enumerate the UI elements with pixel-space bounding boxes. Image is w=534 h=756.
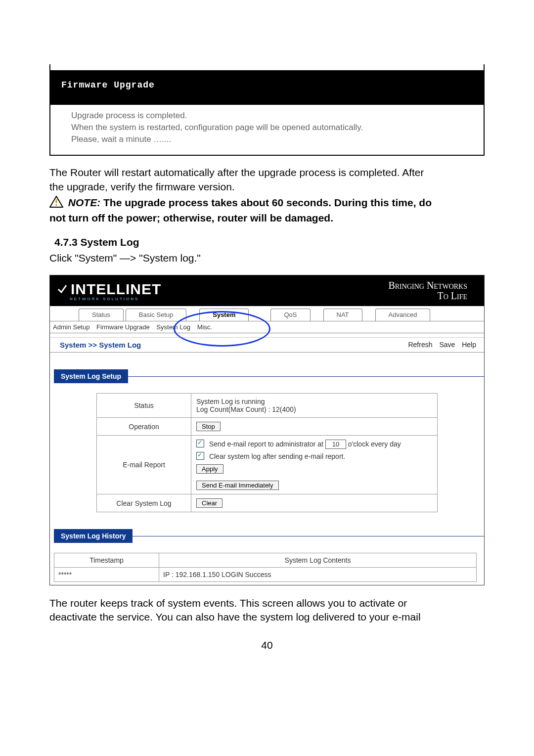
svg-rect-1 [56,199,57,203]
firmware-upgrade-screenshot: Firmware Upgrade Upgrade process is comp… [49,64,485,156]
slogan: Bringing Networks To Life [388,280,467,301]
note-body-1: The upgrade process takes about 60 secon… [103,197,432,208]
col-timestamp: Timestamp [54,553,159,568]
send-email-immediately-button[interactable]: Send E-mail Immediately [196,481,279,490]
subtab-admin-setup[interactable]: Admin Setup [53,323,89,331]
subtab-misc[interactable]: Misc. [197,323,212,331]
system-log-setup-table: Status System Log is running Log Count(M… [96,393,438,512]
table-row: ***** IP : 192.168.1.150 LOGIN Success [54,568,477,582]
page-number: 40 [49,639,485,651]
checkbox-clear-after-send[interactable] [196,452,204,460]
row-status-label: Status [97,394,191,418]
system-log-history-table: Timestamp System Log Contents ***** IP :… [54,553,477,582]
firmware-msg-3: Please, wait a minute ….... [71,133,463,145]
checkmark-icon [57,281,68,298]
note-label: NOTE: [68,197,100,208]
tab-basic-setup[interactable]: Basic Setup [126,309,186,321]
email-clear-text: Clear system log after sending e-mail re… [209,452,345,460]
doc-after-1: The router keeps track of system events.… [49,596,485,610]
tab-qos[interactable]: QoS [270,309,310,321]
brand-name: INTELLINET [71,281,161,298]
tab-system[interactable]: System [199,309,249,321]
firmware-upgrade-title: Firmware Upgrade [50,64,484,105]
brand-block: INTELLINET NETWORK SOLUTIONS [57,281,161,301]
slogan-line-2: To Life [388,291,467,301]
sub-tabs: Admin Setup Firmware Upgrade System Log … [50,321,484,333]
section-heading: 4.7.3 System Log [49,236,485,248]
subtab-system-log[interactable]: System Log [156,323,190,331]
row-operation-label: Operation [97,418,191,436]
link-refresh[interactable]: Refresh [408,341,432,349]
warning-icon [49,196,63,211]
link-save[interactable]: Save [439,341,455,349]
note-body-2: not turn off the power; otherwise, route… [49,212,333,223]
doc-para-1a: The Router will restart automatically af… [49,166,485,179]
svg-rect-2 [56,204,57,206]
clear-button[interactable]: Clear [196,498,222,508]
stop-button[interactable]: Stop [196,422,221,431]
router-ui-screenshot: INTELLINET NETWORK SOLUTIONS Bringing Ne… [49,275,485,585]
section-title-setup: System Log Setup [54,369,128,383]
firmware-msg-2: When the system is restarted, configurat… [71,122,463,133]
tab-nat[interactable]: NAT [323,309,362,321]
router-header: INTELLINET NETWORK SOLUTIONS Bringing Ne… [50,275,484,306]
email-text-b: o'clock every day [348,440,401,448]
slogan-line-1: Bringing Networks [388,280,467,291]
section-title-history: System Log History [54,529,133,543]
apply-button[interactable]: Apply [196,464,223,474]
status-running: System Log is running [196,398,432,405]
tab-advanced[interactable]: Advanced [375,309,431,321]
row-clear-label: Clear System Log [97,494,191,512]
link-help[interactable]: Help [462,341,476,349]
col-contents: System Log Contents [159,553,477,568]
email-hour-input[interactable]: 10 [325,440,346,449]
row-email-label: E-mail Report [97,436,191,494]
email-text-a: Send e-mail report to administrator at [209,440,323,448]
checkbox-send-email[interactable] [196,440,204,447]
doc-after-2: deactivate the service. You can also hav… [49,610,485,624]
firmware-msg-1: Upgrade process is completed. [71,110,463,122]
click-instruction: Click "System" —> "System log." [49,251,485,265]
status-logcount: Log Count(Max Count) : 12(400) [196,405,432,413]
log-ts: ***** [54,568,159,582]
main-tabs: Status Basic Setup System QoS NAT Advanc… [50,306,484,321]
tab-status[interactable]: Status [79,309,124,321]
log-msg: IP : 192.168.1.150 LOGIN Success [159,568,477,582]
breadcrumb-bar: System >> System Log Refresh Save Help [50,338,484,353]
breadcrumb: System >> System Log [60,341,141,349]
doc-para-1b: the upgrade, verify the firmware version… [49,180,485,194]
subtab-firmware-upgrade[interactable]: Firmware Upgrade [96,323,150,331]
